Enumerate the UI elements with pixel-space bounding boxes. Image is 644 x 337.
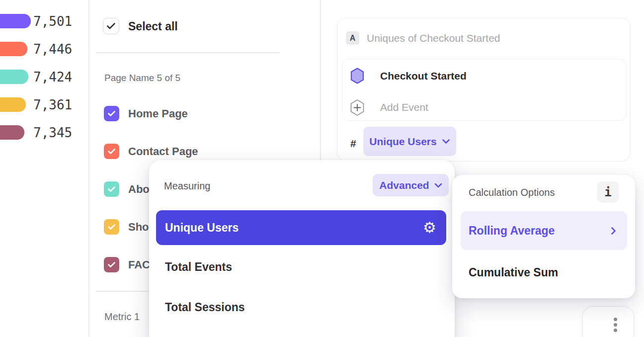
group-label: Page Name 5 of 5 [104,73,180,84]
event-name[interactable]: Checkout Started [380,70,467,82]
event-hexagon-icon [350,68,364,86]
item-label: FAC [128,258,150,271]
series-bar [0,42,27,56]
calculation-options-popup: Calculation Options i Rolling Average Cu… [452,175,635,298]
item-checkbox-shop-page[interactable] [104,219,119,235]
divider [96,52,280,53]
select-all-label: Select all [128,20,178,33]
option-label: Rolling Average [469,224,555,238]
add-event-icon [350,99,365,118]
option-rolling-average[interactable]: Rolling Average [461,211,627,250]
series-bar [0,14,31,28]
item-label: Home Page [128,107,188,120]
query-title-input[interactable]: Uniques of Checkout Started [367,32,500,44]
item-checkbox-home-page[interactable] [104,106,119,121]
item-checkbox-faq-page[interactable] [104,257,119,272]
series-value: 7,424 [33,70,72,84]
chevron-right-icon [611,227,616,235]
check-icon [107,224,116,230]
measure-dropdown[interactable]: Unique Users [363,127,456,156]
check-icon [107,110,116,117]
panel-divider-left [88,0,89,337]
chevron-down-icon [442,139,450,144]
series-value: 7,361 [33,97,72,112]
event-card: Checkout Started Add Event [342,59,627,121]
option-total-events[interactable]: Total Events [165,260,232,274]
series-value: 7,345 [33,125,72,140]
add-event-button[interactable]: Add Event [380,101,428,113]
check-icon [107,261,116,268]
measure-symbol: # [350,138,356,150]
measure-value: Unique Users [369,136,436,148]
next-module-card [582,306,634,337]
option-label: Unique Users [165,221,239,235]
metric-label: Metric 1 [104,311,140,323]
advanced-dropdown[interactable]: Advanced [373,174,449,196]
gear-icon[interactable]: ⚙ [423,220,436,235]
measuring-popup: Measuring Advanced Unique Users ⚙ Total … [149,160,455,337]
item-label: Sho [128,221,149,234]
option-cumulative-sum[interactable]: Cumulative Sum [469,266,558,279]
item-label: Contact Page [128,145,198,158]
series-value: 7,501 [33,14,72,29]
kebab-menu-icon[interactable] [614,318,617,332]
item-checkbox-about-page[interactable] [104,181,119,197]
series-bar [0,125,24,140]
option-unique-users[interactable]: Unique Users ⚙ [156,210,446,245]
calc-options-title: Calculation Options [469,187,555,198]
info-icon[interactable]: i [597,181,619,203]
series-bar [0,97,26,112]
check-icon [106,22,116,30]
series-value: 7,446 [33,42,72,57]
item-checkbox-contact-page[interactable] [104,144,119,159]
row-badge: A [346,31,359,45]
item-label: Abo [128,183,150,196]
advanced-label: Advanced [379,179,429,191]
check-icon [107,148,116,155]
app-canvas: 7,501 7,446 7,424 7,361 7,345 Select all… [0,0,644,337]
select-all-checkbox[interactable] [103,18,119,34]
chevron-down-icon [434,183,442,188]
option-total-sessions[interactable]: Total Sessions [165,301,245,314]
check-icon [107,186,116,192]
query-card: A Uniques of Checkout Started Checkout S… [337,18,631,162]
measuring-title: Measuring [164,180,210,192]
series-bar [0,70,28,84]
